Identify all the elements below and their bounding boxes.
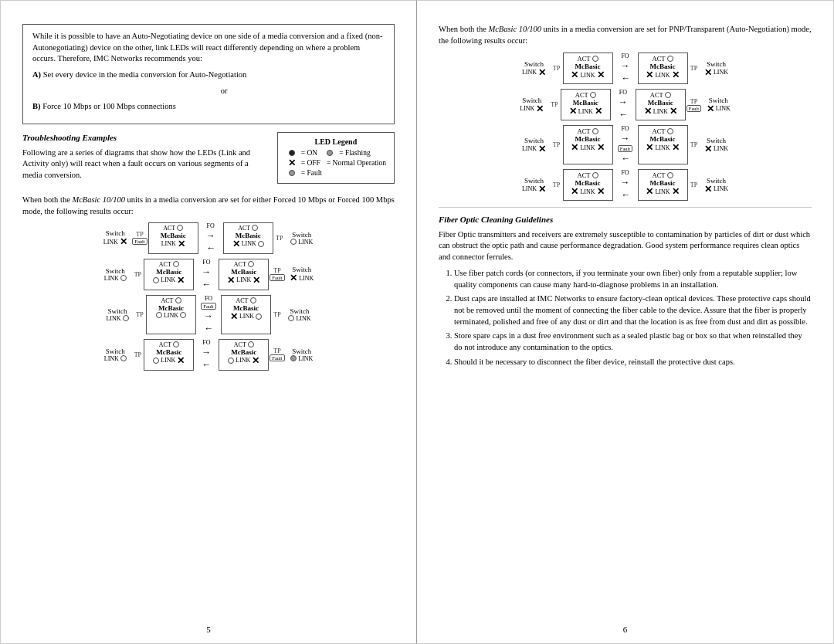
legend-off-row: ✕ = OFF = Normal Operation — [286, 158, 386, 168]
tp-right-2: TP Fault — [270, 259, 284, 290]
led-flash-icon — [324, 150, 336, 156]
legend-fault-label: = Fault — [301, 169, 322, 177]
fo-connector-4: FO → → — [195, 339, 218, 371]
mc-left-1: ACT McBasic LINK ✕ — [148, 222, 198, 254]
pnp-diagram-2: Switch LINK ✕ TP ACT McBasic ✕ LINK ✕ — [439, 89, 812, 120]
pnp-diagram-4: Switch LINK ✕ TP ACT McBasic ✕ LINK ✕ — [439, 169, 812, 201]
page: While it is possible to have an Auto-Neg… — [0, 0, 834, 644]
pnp-fo-2: FO → → — [612, 89, 635, 120]
pnp-sw-left-1: Switch LINK ✕ — [518, 53, 551, 84]
pnp-tp-right-4: TP — [689, 169, 700, 201]
led-fault-icon — [286, 170, 298, 176]
sw-left-2: Switch LINK — [99, 259, 131, 290]
fiber-list-item-3: Store spare caps in a dust free environm… — [454, 330, 812, 353]
led-legend: LED Legend = ON = Flashing ✕ = OFF = Nor… — [277, 132, 395, 184]
fault-badge-4: Fault — [270, 354, 284, 361]
sw-right-3: Switch LINK — [283, 295, 316, 334]
legend-on-label: = ON — [301, 149, 317, 157]
led-off-icon: ✕ — [286, 158, 298, 168]
sw-right-1-name: Switch — [292, 231, 311, 239]
pnp-fo-1: FO → → — [614, 53, 637, 84]
tp-right-1: TP — [274, 222, 285, 254]
diagram-left-1: Switch LINK ✕ TP Fault ACT McBasic LINK … — [22, 222, 395, 254]
pnp-mc-left-2: ACT McBasic ✕ LINK ✕ — [561, 89, 611, 120]
mc-left-4: ACT McBasic LINK ✕ — [144, 339, 194, 371]
pnp-fo-3: FO → Fault → — [614, 125, 637, 164]
tp-right-4: TP Fault — [270, 339, 284, 371]
sw-left-3: Switch LINK — [101, 295, 134, 334]
pnp-diagram-3: Switch LINK ✕ TP ACT McBasic ✕ LINK ✕ — [439, 125, 812, 164]
pnp-sw-right-3: Switch ✕ LINK — [700, 125, 733, 164]
list-a-label: A) — [32, 70, 41, 79]
led-on-icon — [286, 150, 298, 156]
mc-left-1-name: McBasic — [161, 232, 186, 239]
intro-text: While it is possible to have an Auto-Neg… — [32, 31, 385, 65]
sw-right-4: Switch LINK — [286, 339, 318, 371]
tp-left-1: TP Fault — [132, 222, 147, 254]
fo-connector-2: FO → → — [195, 259, 218, 290]
fiber-section: Fiber Optic Cleaning Guidelines Fiber Op… — [439, 207, 812, 368]
mc-right-2: ACT McBasic ✕ LINK ✕ — [219, 259, 269, 290]
act-led-1 — [177, 225, 183, 231]
left-page: While it is possible to have an Auto-Neg… — [0, 0, 417, 644]
sw-right-1-link: LINK — [290, 239, 313, 246]
pnp-mc-left-1: ACT McBasic ✕ LINK ✕ — [563, 53, 613, 84]
diagram-left-2: Switch LINK TP ACT McBasic LINK ✕ — [22, 259, 395, 290]
diagram-left-4: Switch LINK TP ACT McBasic LINK ✕ — [22, 339, 395, 371]
pnp-tp-left-1: TP — [551, 53, 562, 84]
fault-badge-1: Fault — [132, 238, 147, 245]
mc-right-4: ACT McBasic LINK ✕ — [219, 339, 269, 371]
right-page-num: 6 — [623, 625, 628, 634]
fiber-list: Use fiber patch cords (or connectors, if… — [454, 268, 812, 368]
sw-right-2: Switch ✕ LINK — [286, 259, 318, 290]
diagram-left-3: Switch LINK TP ACT McBasic LINK — [22, 295, 395, 334]
mc-right-1-link-x: ✕ — [232, 239, 240, 249]
pnp-sw-right-4: Switch ✕ LINK — [700, 169, 733, 201]
mc-right-1-name: McBasic — [236, 232, 261, 239]
tp-left-2: TP — [132, 259, 143, 290]
pnp-mc-right-1: ACT McBasic ✕ LINK ✕ — [638, 53, 688, 84]
act-led-r1 — [252, 225, 258, 231]
pnp-tp-right-1: TP — [689, 53, 700, 84]
mc-right-3: ACT McBasic ✕ LINK — [221, 295, 271, 334]
pnp-sw-right-2: Switch ✕ LINK — [702, 89, 734, 120]
mc-left-2: ACT McBasic LINK ✕ — [144, 259, 194, 290]
sw-left-1-link-x: ✕ — [120, 237, 127, 246]
fiber-intro: Fiber Optic transmitters and receivers a… — [439, 229, 812, 263]
pnp-mc-left-4: ACT McBasic ✕ LINK ✕ — [563, 169, 613, 201]
fiber-header: Fiber Optic Cleaning Guidelines — [439, 214, 812, 225]
fo-connector-1: FO → → — [199, 222, 222, 254]
sw-left-4: Switch LINK — [99, 339, 131, 371]
legend-on-row: = ON = Flashing — [286, 149, 386, 157]
mc-left-1-link: ✕ — [178, 239, 185, 249]
fault-badge-2: Fault — [270, 274, 284, 281]
pnp-mc-right-4: ACT McBasic ✕ LINK ✕ — [638, 169, 688, 201]
fault-badge-3: Fault — [201, 303, 215, 310]
pnp-tp-left-4: TP — [551, 169, 562, 201]
pnp-fault-badge-2: Fault — [687, 105, 701, 112]
list-b-label: B) — [32, 102, 41, 110]
pnp-fo-4: FO → → — [614, 169, 637, 201]
sw-left-1-link: LINK ✕ — [103, 237, 127, 246]
pnp-tp-left-2: TP — [549, 89, 560, 120]
tp-left-4: TP — [132, 339, 143, 371]
pnp-sw-left-4: Switch LINK ✕ — [518, 169, 551, 201]
list-a-or: or — [63, 86, 385, 97]
tp-right-3: TP — [272, 295, 283, 334]
fiber-list-item-2: Dust caps are installed at IMC Networks … — [454, 293, 812, 327]
forced-intro: When both the McBasic 10/100 units in a … — [22, 195, 395, 217]
mc-right-1-link-off — [258, 241, 264, 247]
legend-normal: = Normal Operation — [327, 159, 386, 167]
mc-right-1: ACT McBasic ✕ LINK — [223, 222, 273, 254]
fiber-list-item-1: Use fiber patch cords (or connectors, if… — [454, 268, 812, 290]
list-a: A) Set every device in the media convers… — [32, 69, 385, 81]
pnp-fault-badge-3: Fault — [618, 145, 632, 152]
intro-box: While it is possible to have an Auto-Neg… — [22, 24, 395, 124]
legend-fault-row: = Fault — [286, 169, 386, 177]
pnp-mc-right-3: ACT McBasic ✕ LINK ✕ — [638, 125, 688, 164]
pnp-diagram-1: Switch LINK ✕ TP ACT McBasic ✕ LINK ✕ — [439, 53, 812, 84]
list-b-text: Force 10 Mbps or 100 Mbps connections — [42, 102, 176, 110]
pnp-sw-left-3: Switch LINK ✕ — [518, 125, 551, 164]
tp-left-3: TP — [134, 295, 145, 334]
right-page: When both the McBasic 10/100 units in a … — [417, 0, 834, 644]
